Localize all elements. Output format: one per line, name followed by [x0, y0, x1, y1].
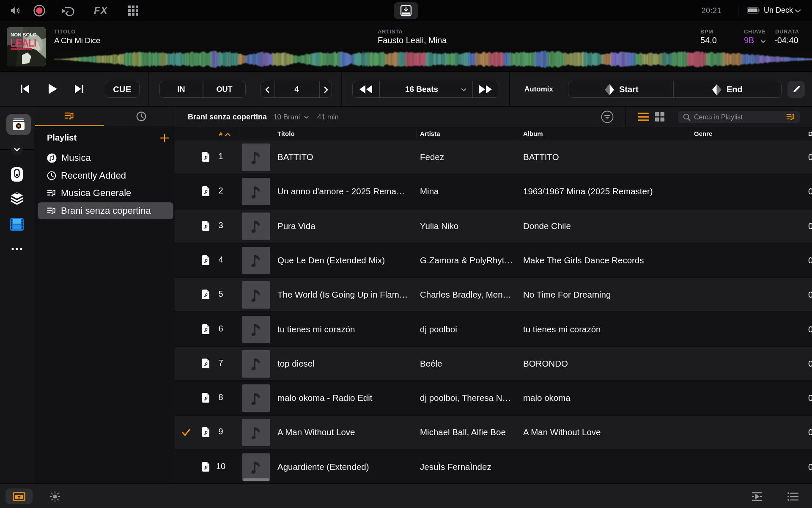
svg-text:LEALI: LEALI	[10, 38, 36, 49]
svg-text:NON SOLO: NON SOLO	[11, 32, 36, 37]
